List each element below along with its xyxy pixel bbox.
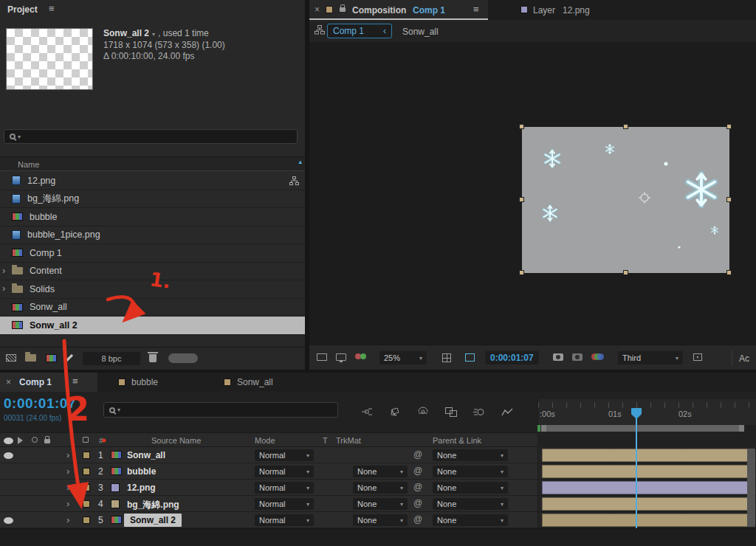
timeline-tab-comp1[interactable]: × Comp 1 ≡ — [0, 373, 97, 392]
project-item-label[interactable]: Content — [30, 266, 62, 276]
composition-viewport[interactable] — [309, 42, 756, 345]
camera-view-label[interactable]: Ac — [739, 353, 749, 364]
parent-pickwhip-icon[interactable]: @ — [413, 482, 422, 492]
project-item-label[interactable]: 12.png — [27, 176, 55, 186]
current-time-field[interactable]: 0:00:01:07 — [485, 351, 539, 364]
mini-flowchart-icon[interactable] — [315, 25, 325, 37]
selection-handle[interactable] — [623, 270, 628, 275]
resolution-dropdown[interactable]: Third▾ — [618, 351, 683, 364]
parent-pickwhip-icon[interactable]: @ — [413, 466, 422, 476]
current-time-indicator-line[interactable] — [636, 415, 637, 528]
timeline-layer-row[interactable]: ›1Sonw_allNormal▾@None▾ — [0, 447, 537, 463]
t-column-header[interactable]: T — [323, 436, 328, 445]
project-item-label[interactable]: Solids — [30, 284, 55, 294]
layer-mode-dropdown[interactable]: Normal▾ — [255, 498, 314, 510]
breadcrumb-back-chevron-icon[interactable]: ‹ — [383, 24, 386, 38]
snapshot-camera-icon[interactable] — [553, 353, 563, 361]
scrollbar-thumb[interactable] — [168, 353, 198, 363]
color-depth-button[interactable]: 8 bpc — [83, 352, 140, 365]
layer-parent-dropdown[interactable]: None▾ — [433, 466, 508, 477]
selection-handle[interactable] — [519, 270, 524, 275]
layer-mode-dropdown[interactable]: Normal▾ — [255, 449, 314, 461]
show-channels-icon[interactable] — [591, 353, 603, 361]
project-item[interactable]: Sonw_all — [0, 299, 305, 317]
project-panel-title[interactable]: Project — [7, 4, 38, 15]
project-search-input[interactable]: ▾ — [4, 129, 298, 144]
panel-menu-icon[interactable]: ≡ — [49, 3, 55, 14]
panel-menu-icon[interactable]: ≡ — [72, 376, 78, 387]
search-options-chevron-icon[interactable]: ▾ — [117, 407, 120, 413]
visibility-eye-icon[interactable] — [4, 517, 13, 524]
target-view-icon[interactable] — [693, 353, 702, 361]
layer-parent-dropdown[interactable]: None▾ — [433, 514, 508, 526]
frame-blending-icon[interactable] — [441, 404, 461, 420]
show-snapshot-icon[interactable] — [572, 353, 583, 361]
zoom-dropdown[interactable]: 25%▾ — [379, 351, 427, 364]
layer-trkmat-dropdown[interactable]: None▾ — [353, 514, 408, 526]
used-in-comp-icon[interactable] — [289, 176, 299, 187]
chevron-down-icon[interactable]: ▾ — [152, 31, 155, 38]
selection-handle[interactable] — [623, 124, 628, 129]
timeline-layer-row[interactable]: ›4bg_海綿.pngNormal▾None▾@None▾ — [0, 496, 537, 512]
parent-pickwhip-icon[interactable]: @ — [413, 498, 422, 508]
project-item-label[interactable]: Sonw_all — [30, 302, 67, 312]
layer-name[interactable]: Sonw_all — [127, 450, 165, 460]
expand-chevron-icon[interactable]: › — [2, 283, 5, 294]
composition-mini-flowchart-icon[interactable] — [357, 404, 377, 420]
parent-pickwhip-icon[interactable]: @ — [413, 449, 422, 460]
draft-3d-icon[interactable] — [385, 404, 405, 420]
layer-expand-chevron-icon[interactable]: › — [66, 466, 69, 477]
project-item[interactable]: ›Solids — [0, 280, 305, 299]
layer-mode-dropdown[interactable]: Normal▾ — [255, 466, 314, 477]
sort-indicator-icon[interactable]: ▴ — [298, 158, 302, 165]
project-item[interactable]: bubble_1pice.png — [0, 227, 305, 245]
search-options-chevron-icon[interactable]: ▾ — [18, 134, 21, 140]
layer-label-color-chip[interactable] — [83, 452, 90, 459]
timeline-tab-bubble[interactable]: bubble — [112, 373, 201, 392]
layer-duration-bar[interactable] — [542, 449, 748, 462]
source-name-column-header[interactable]: Source Name — [151, 436, 201, 445]
trkmat-column-header[interactable]: TrkMat — [336, 436, 361, 445]
project-item[interactable]: Comp 1 — [0, 244, 305, 263]
expand-chevron-icon[interactable]: › — [2, 265, 5, 276]
shy-layers-icon[interactable] — [413, 404, 433, 420]
tab-composition[interactable]: × Composition Comp 1 ≡ — [309, 0, 488, 20]
layer-duration-bar[interactable] — [542, 514, 748, 527]
selected-layer-frame[interactable] — [522, 127, 729, 273]
label-column-icon[interactable] — [83, 437, 89, 443]
layer-mode-dropdown[interactable]: Normal▾ — [255, 482, 314, 494]
new-composition-icon[interactable] — [46, 354, 57, 362]
grid-options-icon[interactable] — [442, 353, 451, 362]
layer-parent-dropdown[interactable]: None▾ — [433, 482, 508, 494]
layer-trkmat-dropdown[interactable]: None▾ — [353, 498, 408, 510]
work-area-bar[interactable] — [541, 425, 744, 432]
layer-name[interactable]: bg_海綿.png — [127, 499, 179, 511]
layer-expand-chevron-icon[interactable]: › — [66, 449, 69, 460]
monitor-icon[interactable] — [336, 353, 346, 361]
selection-handle[interactable] — [726, 197, 732, 202]
project-item[interactable]: ›Content — [0, 263, 305, 281]
layer-name[interactable]: 12.png — [127, 483, 156, 493]
breadcrumb-current-comp[interactable]: Comp 1‹ — [327, 24, 392, 38]
selected-item-name[interactable]: Sonw_all 2 — [103, 28, 149, 38]
selection-handle[interactable] — [726, 124, 732, 129]
time-ruler[interactable]: :00s 01s 02s — [537, 399, 756, 425]
parent-link-column-header[interactable]: Parent & Link — [433, 436, 481, 445]
timeline-layer-row[interactable]: ›2bubbleNormal▾None▾@None▾ — [0, 463, 537, 480]
close-icon[interactable]: × — [315, 4, 320, 15]
solo-column-icon[interactable] — [32, 437, 38, 443]
project-item[interactable]: 12.png — [0, 172, 305, 190]
layer-name[interactable]: Sonw_all 2 — [124, 514, 182, 527]
view-layout-icon[interactable] — [317, 353, 327, 361]
project-item-label[interactable]: bubble_1pice.png — [27, 229, 100, 240]
project-item-label[interactable]: bg_海綿.png — [27, 193, 79, 205]
close-icon[interactable]: × — [6, 377, 11, 387]
current-timecode[interactable]: 0:00:01:07 — [4, 395, 76, 412]
tab-layer[interactable]: Layer 12.png — [517, 0, 635, 20]
selection-handle[interactable] — [519, 124, 524, 129]
layer-name[interactable]: bubble — [127, 466, 156, 477]
graph-editor-icon[interactable] — [498, 404, 517, 420]
layer-expand-chevron-icon[interactable]: › — [66, 482, 69, 493]
layer-parent-dropdown[interactable]: None▾ — [433, 498, 508, 510]
project-item-label[interactable]: bubble — [30, 212, 58, 222]
